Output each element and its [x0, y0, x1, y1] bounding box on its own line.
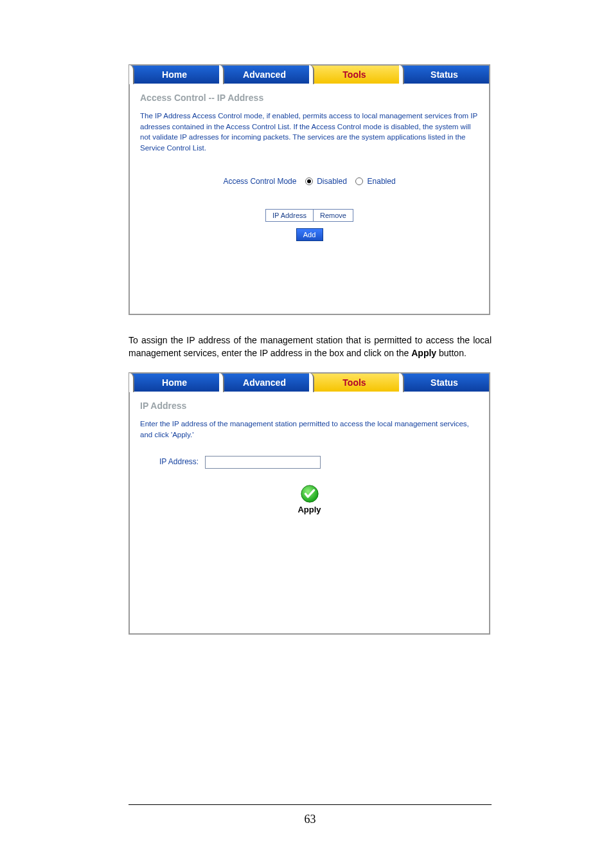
tab-bar: Home Advanced Tools Status [130, 374, 489, 392]
mode-label: Access Control Mode [223, 177, 296, 186]
tab-bar: Home Advanced Tools Status [130, 66, 489, 84]
tab-label: Tools [342, 69, 366, 80]
radio-enabled-label: Enabled [368, 177, 396, 186]
panel-title: Access Control -- IP Address [140, 93, 479, 103]
tab-status[interactable]: Status [400, 66, 489, 84]
col-remove: Remove [314, 209, 353, 221]
apply-button[interactable]: Apply [140, 484, 479, 514]
apply-label: Apply [140, 505, 479, 514]
radio-disabled-label: Disabled [317, 177, 347, 186]
ip-address-panel: Home Advanced Tools Status IP Address En… [129, 372, 490, 635]
page-number: 63 [129, 804, 492, 826]
access-mode-row: Access Control Mode Disabled Enabled [140, 177, 479, 186]
panel-description: Enter the IP address of the management s… [140, 419, 479, 440]
tab-advanced[interactable]: Advanced [220, 374, 310, 392]
tab-status[interactable]: Status [400, 374, 489, 392]
tab-label: Home [162, 69, 187, 80]
tab-label: Status [431, 377, 458, 388]
access-control-panel: Home Advanced Tools Status Access Contro… [129, 64, 490, 315]
tab-tools[interactable]: Tools [310, 66, 400, 84]
panel-title: IP Address [140, 401, 479, 411]
tab-tools[interactable]: Tools [310, 374, 400, 392]
ip-remove-table: IP Address Remove [265, 209, 353, 222]
tab-advanced[interactable]: Advanced [220, 66, 310, 84]
instruction-bold: Apply [411, 348, 436, 358]
instruction-text-2: button. [436, 348, 466, 358]
tab-home[interactable]: Home [130, 374, 220, 392]
tab-label: Status [431, 69, 458, 80]
tab-label: Advanced [243, 377, 286, 388]
check-icon [300, 484, 319, 503]
add-button[interactable]: Add [296, 228, 323, 241]
tab-home[interactable]: Home [130, 66, 220, 84]
col-ip-address: IP Address [266, 209, 314, 221]
tab-label: Tools [342, 377, 366, 388]
radio-disabled[interactable] [305, 177, 313, 185]
tab-label: Advanced [243, 69, 286, 80]
ip-address-input[interactable] [205, 456, 321, 469]
ip-address-label: IP Address: [159, 457, 199, 466]
tab-label: Home [162, 377, 187, 388]
instruction-paragraph: To assign the IP address of the manageme… [129, 334, 492, 359]
panel-description: The IP Address Access Control mode, if e… [140, 111, 479, 154]
radio-enabled[interactable] [355, 177, 363, 185]
